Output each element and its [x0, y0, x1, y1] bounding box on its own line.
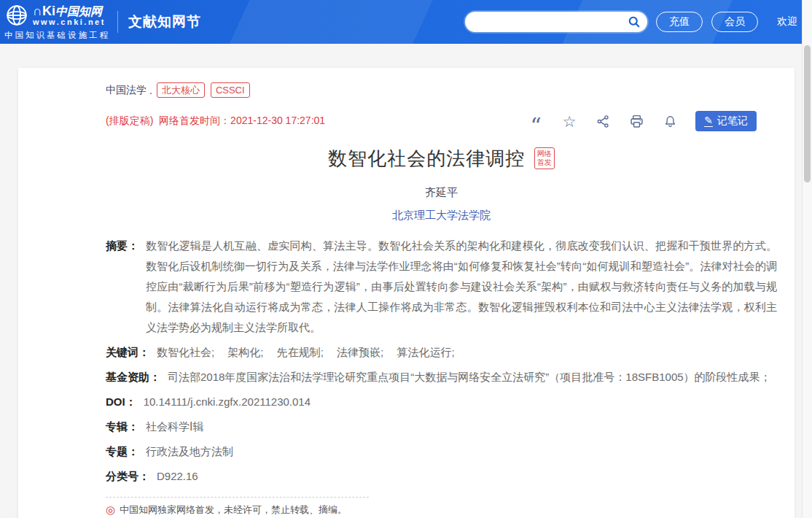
take-note-button[interactable]: ✎ 记笔记 — [695, 111, 757, 131]
cnki-logo[interactable]: ∩Ki中国知网 www.cnki.net 中国知识基础设施工程 — [4, 3, 110, 41]
keywords-label: 关键词： — [106, 342, 149, 363]
favorite-star-icon[interactable]: ☆ — [561, 113, 577, 129]
logo-url: www.cnki.net — [33, 18, 106, 27]
target-circle-icon: ◎ — [106, 503, 115, 516]
author-name: 齐延平 — [106, 186, 777, 200]
logo-brand: ∩Ki中国知网 — [33, 4, 106, 18]
search-icon — [627, 15, 641, 29]
top-navigation-bar: ∩Ki中国知网 www.cnki.net 中国知识基础设施工程 文献知网节 充值… — [0, 0, 812, 44]
doi-row: DOI： 10.14111/j.cnki.zgfx.20211230.014 — [106, 392, 777, 412]
logo-slogan: 中国知识基础设施工程 — [4, 30, 110, 41]
keywords-row: 关键词： 数智化社会; 架构化; 先在规制; 法律预嵌; 算法化运行; — [106, 342, 777, 363]
abstract-row: 摘要： 数智化逻辑是人机互融、虚实同构、算法主导。数智化社会关系的架构化和建模化… — [106, 236, 777, 338]
publish-info-row: (排版定稿) 网络首发时间：2021-12-30 17:27:01 “ ☆ — [106, 111, 777, 131]
album-row: 专辑： 社会科学Ⅰ辑 — [106, 417, 777, 437]
share-icon[interactable] — [595, 113, 611, 129]
topic-label: 专题： — [106, 441, 138, 462]
abstract-label: 摘要： — [106, 236, 138, 338]
keyword-link[interactable]: 算法化运行; — [397, 346, 454, 358]
search-box[interactable] — [465, 12, 647, 32]
affiliation-row: 北京理工大学法学院 — [106, 209, 777, 223]
search-input[interactable] — [474, 17, 627, 28]
keyword-link[interactable]: 数智化社会; — [157, 346, 214, 358]
keyword-link[interactable]: 法律预嵌; — [337, 346, 383, 358]
journal-link[interactable]: 中国法学 — [106, 84, 147, 97]
online-first-badge: 网络 首发 — [534, 147, 555, 169]
clc-value: D922.16 — [157, 466, 777, 487]
fund-label: 基金资助： — [106, 367, 160, 387]
welcome-text: 欢迎 — [777, 15, 797, 28]
page-title: 文献知网节 — [128, 12, 201, 31]
globe-icon — [4, 3, 29, 28]
keyword-link[interactable]: 架构化; — [227, 346, 263, 358]
keyword-link[interactable]: 先在规制; — [277, 346, 324, 358]
title-row: 数智化社会的法律调控 网络 首发 — [106, 146, 777, 171]
album-label: 专辑： — [106, 417, 138, 437]
header-divider — [117, 11, 118, 33]
alert-bell-icon[interactable] — [662, 113, 678, 129]
metadata-fields: 摘要： 数智化逻辑是人机互融、虚实同构、算法主导。数智化社会关系的架构化和建模化… — [106, 236, 777, 487]
topic-value: 行政法及地方法制 — [146, 441, 777, 462]
doi-label: DOI： — [106, 392, 136, 412]
breadcrumb: 中国法学 . 北大核心 CSSCI — [106, 82, 777, 98]
article-card: 中国法学 . 北大核心 CSSCI (排版定稿) 网络首发时间：2021-12-… — [18, 68, 795, 518]
affiliation-link[interactable]: 北京理工大学法学院 — [392, 209, 491, 221]
publish-info: (排版定稿) 网络首发时间：2021-12-30 17:27:01 — [106, 115, 325, 128]
topic-row: 专题： 行政法及地方法制 — [106, 441, 777, 462]
scrollbar-thumb[interactable] — [804, 45, 811, 182]
clc-label: 分类号： — [106, 466, 149, 487]
clc-row: 分类号： D922.16 — [106, 466, 777, 487]
core-journal-badge: 北大核心 — [157, 82, 205, 98]
fund-text: 司法部2018年度国家法治和法学理论研究重点项目“大数据与网络安全立法研究”（项… — [168, 367, 777, 387]
cssci-badge: CSSCI — [211, 82, 250, 98]
print-icon[interactable] — [628, 113, 644, 129]
vertical-scrollbar[interactable] — [802, 0, 812, 518]
pencil-icon: ✎ — [704, 116, 713, 127]
cite-quote-icon[interactable]: “ — [528, 113, 544, 129]
recharge-button[interactable]: 充值 — [656, 12, 703, 32]
copyright-notice: ◎中国知网独家网络首发，未经许可，禁止转载、摘编。 — [106, 497, 369, 518]
keywords-list: 数智化社会; 架构化; 先在规制; 法律预嵌; 算法化运行; — [157, 342, 777, 363]
article-title: 数智化社会的法律调控 — [328, 147, 525, 169]
article-toolbar: “ ☆ — [528, 111, 757, 131]
breadcrumb-separator: . — [149, 85, 152, 96]
doi-value: 10.14111/j.cnki.zgfx.20211230.014 — [144, 392, 777, 412]
album-value: 社会科学Ⅰ辑 — [146, 417, 777, 437]
fund-row: 基金资助： 司法部2018年度国家法治和法学理论研究重点项目“大数据与网络安全立… — [106, 367, 777, 387]
search-button[interactable] — [627, 15, 641, 29]
member-button[interactable]: 会员 — [711, 12, 758, 32]
abstract-text: 数智化逻辑是人机互融、虚实同构、算法主导。数智化社会关系的架构化和建模化，彻底改… — [146, 236, 777, 338]
